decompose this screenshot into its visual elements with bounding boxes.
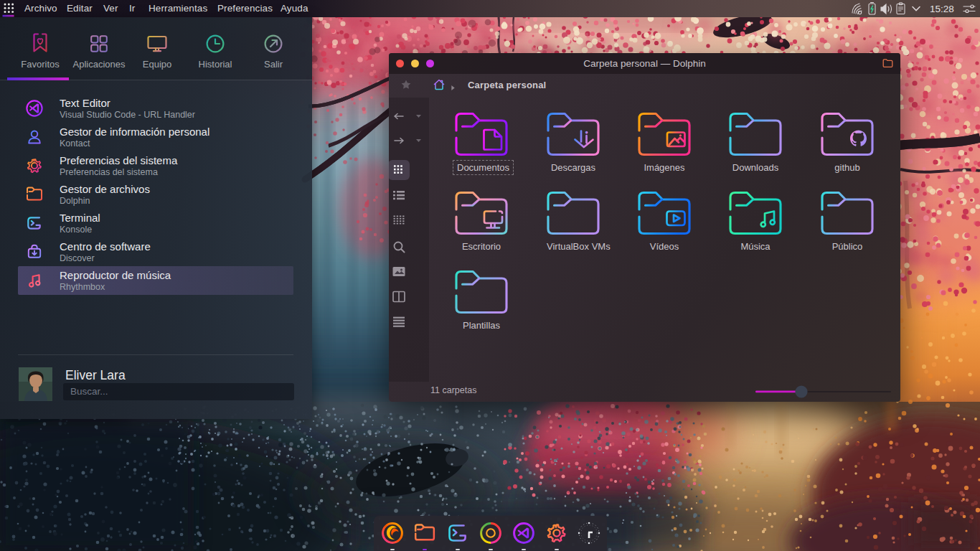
svg-text:15:28: 15:28	[930, 4, 954, 14]
